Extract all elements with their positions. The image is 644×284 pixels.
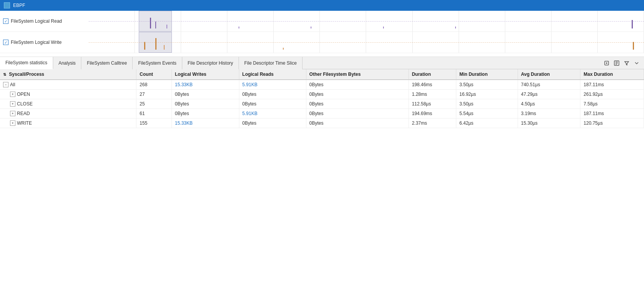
col-header-max-duration[interactable]: Max Duration [580, 69, 644, 80]
cell-syscall-0: −All [0, 80, 136, 90]
timeline-track-logical-read [89, 11, 644, 32]
cell-count-4: 155 [136, 119, 172, 128]
app-title: EBPF [13, 3, 25, 8]
spike-write-4 [283, 48, 284, 50]
col-header-avg-duration[interactable]: Avg Duration [518, 69, 580, 80]
cell-logical-reads-1: 0Bytes [239, 90, 306, 99]
spike-write-far [633, 42, 634, 50]
timeline-line-write [89, 42, 644, 43]
col-header-other-fs-bytes[interactable]: Other Filesystem Bytes [306, 69, 409, 80]
cell-logical-writes-0: 15.33KB [172, 80, 239, 90]
col-header-logical-writes[interactable]: Logical Writes [172, 69, 239, 80]
cell-avg-duration-2: 4.50µs [518, 99, 580, 109]
cell-min-duration-4: 6.42µs [456, 119, 518, 128]
cell-avg-duration-3: 3.19ms [518, 109, 580, 119]
cell-logical-reads-0: 5.91KB [239, 80, 306, 90]
cell-max-duration-1: 261.92µs [580, 90, 644, 99]
cell-logical-reads-4: 0Bytes [239, 119, 306, 128]
cell-avg-duration-1: 47.29µs [518, 90, 580, 99]
timeline-row-logical-write: ✓ FileSystem Logical Write [0, 32, 644, 53]
spike-write-1 [144, 42, 145, 50]
col-header-count[interactable]: Count [136, 69, 172, 80]
cell-syscall-1: +OPEN [0, 90, 136, 99]
spike-read-3 [166, 25, 167, 28]
timeline-line-read [89, 21, 644, 22]
cell-avg-duration-4: 15.30µs [518, 119, 580, 128]
bottom-panel: FileSystem statistics Analysis FileSyste… [0, 57, 644, 284]
spike-write-2 [155, 38, 156, 50]
tab-fd-timeslice[interactable]: File Descriptor Time Slice [239, 57, 303, 69]
cell-duration-0: 198.46ms [409, 80, 456, 90]
title-bar: EBPF [0, 0, 644, 11]
cell-count-2: 25 [136, 99, 172, 109]
tabs-bar: FileSystem statistics Analysis FileSyste… [0, 57, 644, 69]
collapse-button[interactable] [632, 59, 641, 67]
expand-icon-open[interactable]: + [10, 92, 15, 97]
table-row: +READ610Bytes5.91KB0Bytes194.69ms5.54µs3… [0, 109, 644, 119]
cell-max-duration-0: 187.11ms [580, 80, 644, 90]
tab-fs-events[interactable]: FileSystem Events [133, 57, 182, 69]
tab-fd-history[interactable]: File Descriptor History [182, 57, 239, 69]
cell-min-duration-2: 3.50µs [456, 99, 518, 109]
col-header-logical-reads[interactable]: Logical Reads [239, 69, 306, 80]
table-header-row: ⇅ Syscall/Process Count Logical Writes L… [0, 69, 644, 80]
timeline-label-logical-write[interactable]: ✓ FileSystem Logical Write [0, 40, 89, 45]
cell-max-duration-3: 187.11ms [580, 109, 644, 119]
expand-icon-read[interactable]: + [10, 111, 15, 116]
checkbox-logical-read[interactable]: ✓ [3, 18, 8, 24]
spike-read-6 [383, 27, 384, 28]
syscall-name-open: OPEN [17, 92, 30, 97]
table-row: −All26815.33KB5.91KB0Bytes198.46ms3.50µs… [0, 80, 644, 90]
cell-duration-3: 194.69ms [409, 109, 456, 119]
timeline-area: ✓ FileSystem Logical Read [0, 11, 644, 57]
stats-table: ⇅ Syscall/Process Count Logical Writes L… [0, 69, 644, 128]
cell-duration-1: 1.28ms [409, 90, 456, 99]
tab-analysis[interactable]: Analysis [53, 57, 82, 69]
cell-other-fs-bytes-1: 0Bytes [306, 90, 409, 99]
syscall-name-read: READ [17, 111, 30, 116]
filter-button[interactable] [622, 59, 631, 67]
cell-count-1: 27 [136, 90, 172, 99]
cell-other-fs-bytes-2: 0Bytes [306, 99, 409, 109]
checkbox-logical-write[interactable]: ✓ [3, 40, 8, 45]
cell-max-duration-2: 7.58µs [580, 99, 644, 109]
cell-logical-reads-3: 5.91KB [239, 109, 306, 119]
pin-button[interactable] [612, 59, 621, 67]
table-container[interactable]: ⇅ Syscall/Process Count Logical Writes L… [0, 69, 644, 284]
cell-syscall-2: +CLOSE [0, 99, 136, 109]
cell-logical-writes-4: 15.33KB [172, 119, 239, 128]
spike-read-5 [311, 27, 311, 28]
spike-read-7 [455, 27, 456, 28]
expand-icon-all[interactable]: − [3, 82, 8, 87]
spike-read-1 [150, 18, 151, 28]
spike-read-2 [155, 22, 156, 28]
cell-duration-4: 2.37ms [409, 119, 456, 128]
sort-icon-syscall: ⇅ [3, 72, 6, 77]
cell-syscall-3: +READ [0, 109, 136, 119]
table-row: +WRITE15515.33KB0Bytes0Bytes2.37ms6.42µs… [0, 119, 644, 128]
cell-min-duration-1: 16.92µs [456, 90, 518, 99]
app-icon [4, 2, 10, 8]
expand-icon-close[interactable]: + [10, 101, 15, 107]
tab-fs-statistics[interactable]: FileSystem statistics [0, 57, 53, 69]
cell-avg-duration-0: 740.51µs [518, 80, 580, 90]
col-header-duration[interactable]: Duration [409, 69, 456, 80]
cell-syscall-4: +WRITE [0, 119, 136, 128]
cell-duration-2: 112.58µs [409, 99, 456, 109]
col-header-syscall[interactable]: ⇅ Syscall/Process [0, 69, 136, 80]
table-row: +CLOSE250Bytes0Bytes0Bytes112.58µs3.50µs… [0, 99, 644, 109]
tab-fs-calltree[interactable]: FileSystem Calltree [81, 57, 133, 69]
expand-icon-write[interactable]: + [10, 120, 15, 126]
tabs-actions [602, 59, 644, 67]
timeline-label-logical-read[interactable]: ✓ FileSystem Logical Read [0, 18, 89, 24]
cell-count-0: 268 [136, 80, 172, 90]
cell-other-fs-bytes-4: 0Bytes [306, 119, 409, 128]
cell-min-duration-0: 3.50µs [456, 80, 518, 90]
spike-write-3 [164, 45, 165, 50]
cell-min-duration-3: 5.54µs [456, 109, 518, 119]
cell-logical-writes-1: 0Bytes [172, 90, 239, 99]
col-header-min-duration[interactable]: Min Duration [456, 69, 518, 80]
export-button[interactable] [602, 59, 611, 67]
cell-logical-writes-3: 0Bytes [172, 109, 239, 119]
syscall-name-all: All [10, 82, 15, 87]
